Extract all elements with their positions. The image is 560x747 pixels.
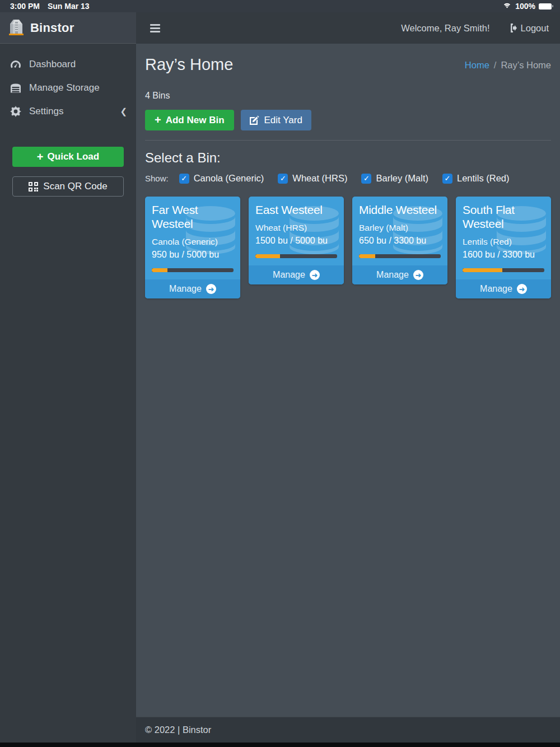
binstor-logo-icon (8, 17, 25, 39)
bin-name: Far West Westeel (152, 203, 234, 231)
speedometer-icon (9, 59, 22, 70)
plus-icon: + (37, 151, 44, 164)
home-indicator-area (0, 743, 560, 747)
bin-name: South Flat Westeel (463, 203, 544, 231)
breadcrumb-separator: / (494, 60, 497, 71)
ios-status-bar: 3:00 PM Sun Mar 13 100% (0, 0, 560, 12)
select-bin-heading: Select a Bin: (145, 150, 551, 166)
commodity-filter[interactable]: ✓ Barley (Malt) (361, 173, 428, 184)
sidebar-item-label: Manage Storage (29, 82, 100, 94)
bin-fill-progressbar (359, 254, 441, 258)
brand-title: Binstor (30, 21, 74, 35)
logout-button[interactable]: Logout (507, 23, 549, 34)
edit-yard-button[interactable]: Edit Yard (241, 110, 311, 130)
breadcrumb-home-link[interactable]: Home (465, 60, 489, 71)
wifi-icon (502, 2, 512, 11)
arrow-circle-right-icon: ➜ (310, 270, 320, 280)
commodity-filter[interactable]: ✓ Canola (Generic) (179, 173, 264, 184)
bin-progress-fill (152, 268, 167, 272)
sidebar-item-settings[interactable]: Settings ❮ (0, 100, 136, 123)
welcome-text: Welcome, Ray Smith! (401, 23, 489, 34)
bin-count-text: 4 Bins (145, 91, 551, 101)
bin-fill-progressbar (255, 254, 337, 258)
bin-card: Far West Westeel Canola (Generic) 950 bu… (145, 197, 240, 298)
sidebar-item-label: Dashboard (29, 59, 76, 70)
section-divider (145, 140, 551, 141)
filter-label[interactable]: Wheat (HRS) (292, 173, 347, 184)
bin-fill-progressbar (463, 268, 544, 272)
bin-commodity: Lentils (Red) (463, 237, 544, 247)
arrow-circle-right-icon: ➜ (517, 284, 527, 294)
filter-label[interactable]: Lentils (Red) (457, 173, 510, 184)
copyright-text: © 2022 | Binstor (145, 725, 211, 735)
filter-label[interactable]: Barley (Malt) (376, 173, 428, 184)
bin-quantity: 1500 bu / 5000 bu (255, 236, 337, 246)
edit-yard-label: Edit Yard (264, 115, 302, 126)
page-footer: © 2022 | Binstor (136, 717, 560, 743)
storage-icon (9, 83, 22, 94)
manage-bin-button[interactable]: Manage ➜ (145, 279, 240, 298)
bin-commodity: Canola (Generic) (152, 237, 234, 247)
bin-quantity: 950 bu / 5000 bu (152, 250, 234, 260)
commodity-filter[interactable]: ✓ Wheat (HRS) (278, 173, 347, 184)
hamburger-menu-icon[interactable] (149, 22, 161, 35)
show-label: Show: (145, 174, 169, 183)
bin-commodity: Barley (Malt) (359, 223, 441, 233)
logout-label: Logout (521, 23, 549, 34)
bin-name: East Westeel (255, 203, 337, 217)
manage-label: Manage (273, 270, 305, 280)
bin-progress-fill (255, 254, 280, 258)
gear-icon (9, 106, 22, 117)
checkbox-checked-icon[interactable]: ✓ (278, 174, 288, 184)
manage-label: Manage (169, 284, 202, 294)
sidebar-item-manage-storage[interactable]: Manage Storage (0, 76, 136, 100)
chevron-left-icon: ❮ (120, 106, 127, 116)
bin-name: Middle Westeel (359, 203, 441, 217)
brand-link[interactable]: Binstor (0, 12, 136, 44)
qr-code-icon (29, 182, 38, 192)
manage-bin-button[interactable]: Manage ➜ (352, 265, 447, 284)
arrow-circle-right-icon: ➜ (413, 270, 423, 280)
manage-bin-button[interactable]: Manage ➜ (249, 265, 344, 284)
battery-percent: 100% (515, 2, 535, 11)
main-content: Ray’s Home Home / Ray’s Home 4 Bins + Ad… (136, 44, 560, 717)
add-new-bin-label: Add New Bin (166, 115, 225, 126)
status-time: 3:00 PM (10, 2, 40, 11)
checkbox-checked-icon[interactable]: ✓ (442, 174, 452, 184)
bin-card: East Westeel Wheat (HRS) 1500 bu / 5000 … (249, 197, 344, 284)
edit-pencil-icon (250, 115, 259, 125)
bin-card: Middle Westeel Barley (Malt) 650 bu / 33… (352, 197, 447, 284)
add-new-bin-button[interactable]: + Add New Bin (145, 110, 234, 130)
scan-qr-button[interactable]: Scan QR Code (12, 176, 124, 197)
checkbox-checked-icon[interactable]: ✓ (179, 174, 189, 184)
scan-qr-label: Scan QR Code (43, 181, 107, 192)
sidebar: Binstor Dashboard Manage Storage Setting… (0, 12, 136, 743)
commodity-filter[interactable]: ✓ Lentils (Red) (442, 173, 510, 184)
bin-fill-progressbar (152, 268, 234, 272)
status-date: Sun Mar 13 (48, 2, 90, 11)
bin-progress-fill (359, 254, 375, 258)
bin-quantity: 650 bu / 3300 bu (359, 236, 441, 246)
plus-icon: + (155, 114, 161, 127)
quick-load-label: Quick Load (48, 151, 100, 162)
bin-quantity: 1600 bu / 3300 bu (463, 250, 544, 260)
sidebar-item-label: Settings (29, 106, 63, 117)
manage-label: Manage (480, 284, 512, 294)
bin-card-grid: Far West Westeel Canola (Generic) 950 bu… (145, 197, 551, 298)
logout-icon (507, 24, 517, 32)
top-header: Welcome, Ray Smith! Logout (136, 12, 560, 44)
filter-label[interactable]: Canola (Generic) (194, 173, 264, 184)
sidebar-nav: Dashboard Manage Storage Settings ❮ (0, 53, 136, 123)
quick-load-button[interactable]: + Quick Load (12, 147, 124, 167)
arrow-circle-right-icon: ➜ (206, 284, 216, 294)
bin-progress-fill (463, 268, 502, 272)
battery-icon (539, 3, 553, 10)
breadcrumb: Home / Ray’s Home (465, 60, 551, 71)
manage-bin-button[interactable]: Manage ➜ (456, 279, 551, 298)
bin-commodity: Wheat (HRS) (255, 223, 337, 233)
sidebar-item-dashboard[interactable]: Dashboard (0, 53, 136, 76)
manage-label: Manage (376, 270, 409, 280)
page-title: Ray’s Home (145, 55, 233, 74)
bin-card: South Flat Westeel Lentils (Red) 1600 bu… (456, 197, 551, 298)
checkbox-checked-icon[interactable]: ✓ (361, 174, 371, 184)
